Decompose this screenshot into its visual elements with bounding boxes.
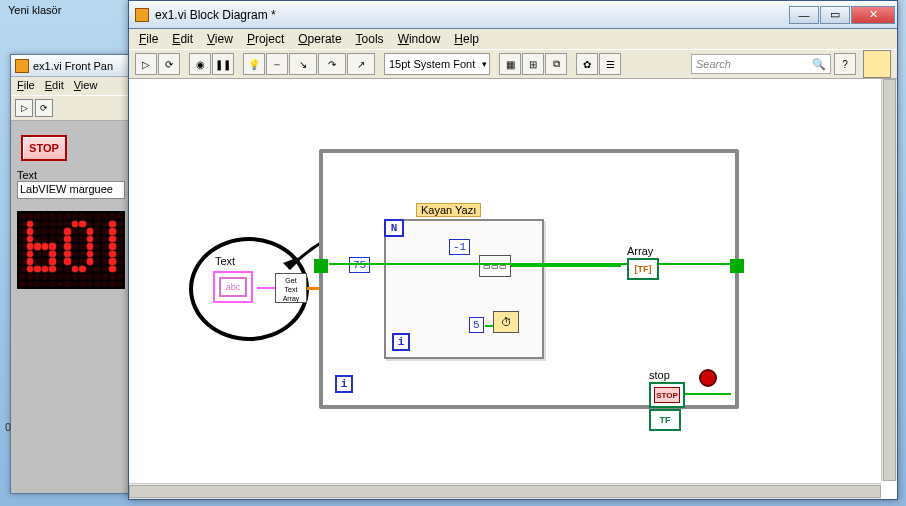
run-button[interactable]: ▷ xyxy=(135,53,157,75)
array-indicator-terminal: [TF] xyxy=(627,258,659,280)
bd-toolbar: ▷ ⟳ ◉ ❚❚ 💡 ⎓ ↘ ↷ ↗ 15pt System Font ▦ ⊞ … xyxy=(129,49,897,79)
stop-control-label: stop xyxy=(649,369,685,381)
rotate-array-function[interactable]: ▭▭▭ xyxy=(479,255,511,277)
wait-ms-function[interactable]: ⏱ xyxy=(493,311,519,333)
abort-button[interactable]: ◉ xyxy=(189,53,211,75)
loop-tunnel-left[interactable] xyxy=(314,259,328,273)
font-selector[interactable]: 15pt System Font xyxy=(384,53,490,75)
fp-toolbar: ▷ ⟳ xyxy=(11,95,129,121)
search-placeholder: Search xyxy=(696,58,731,70)
wire xyxy=(685,393,731,395)
constant-75[interactable]: 75 xyxy=(349,257,370,273)
constant-5[interactable]: 5 xyxy=(469,317,484,333)
labview-vi-icon xyxy=(135,8,149,22)
align-button[interactable]: ▦ xyxy=(499,53,521,75)
highlight-exec-button[interactable]: 💡 xyxy=(243,53,265,75)
fp-body: STOP Text LabVIEW marguee xyxy=(11,121,129,493)
while-stop-terminal[interactable] xyxy=(699,369,717,387)
maximize-button[interactable]: ▭ xyxy=(820,6,850,24)
help-button[interactable]: ? xyxy=(834,53,856,75)
array-indicator[interactable]: Array [TF] xyxy=(627,245,659,280)
block-diagram-window: ex1.vi Block Diagram * — ▭ ✕ File Edit V… xyxy=(128,0,898,500)
reorder-button[interactable]: ⧉ xyxy=(545,53,567,75)
loop-tunnel-right[interactable] xyxy=(730,259,744,273)
for-N-terminal[interactable]: N xyxy=(384,219,404,237)
bd-menu-project[interactable]: Project xyxy=(247,32,284,46)
bd-menu-tools[interactable]: Tools xyxy=(356,32,384,46)
get-text-array-subvi[interactable]: Get Text Array xyxy=(275,273,307,303)
minimize-button[interactable]: — xyxy=(789,6,819,24)
fp-menubar: File Edit View xyxy=(11,77,129,95)
horizontal-scrollbar[interactable] xyxy=(129,483,881,499)
wire xyxy=(485,325,493,327)
fp-menu-view[interactable]: View xyxy=(74,79,98,93)
distribute-button[interactable]: ⊞ xyxy=(522,53,544,75)
close-button[interactable]: ✕ xyxy=(851,6,895,24)
stop-button-graphic: STOP xyxy=(654,387,680,403)
scrollbar-thumb[interactable] xyxy=(883,79,896,481)
bd-menu-help[interactable]: Help xyxy=(454,32,479,46)
vi-connector-icon[interactable] xyxy=(863,50,891,78)
run-cont-button[interactable]: ⟳ xyxy=(35,99,53,117)
constant-neg1[interactable]: -1 xyxy=(449,239,470,255)
bd-titlebar[interactable]: ex1.vi Block Diagram * — ▭ ✕ xyxy=(129,1,897,29)
search-icon: 🔍 xyxy=(812,58,826,71)
stop-control[interactable]: stop STOP TF xyxy=(649,369,685,431)
array-indicator-label: Array xyxy=(627,245,659,257)
scrollbar-thumb[interactable] xyxy=(129,485,881,498)
reorder2-button[interactable]: ☰ xyxy=(599,53,621,75)
step-out-button[interactable]: ↗ xyxy=(347,53,375,75)
fp-text-label: Text xyxy=(17,169,123,181)
desktop-folder-label: Yeni klasör xyxy=(8,4,61,16)
text-control-label: Text xyxy=(215,255,235,267)
wire xyxy=(511,265,621,267)
step-into-button[interactable]: ↘ xyxy=(289,53,317,75)
bd-menubar: File Edit View Project Operate Tools Win… xyxy=(129,29,897,49)
cleanup-button[interactable]: ✿ xyxy=(576,53,598,75)
stop-terminal-type: TF xyxy=(649,409,681,431)
run-cont-button[interactable]: ⟳ xyxy=(158,53,180,75)
run-button[interactable]: ▷ xyxy=(15,99,33,117)
bd-canvas[interactable]: insert while loop Text abc Get Text Arra… xyxy=(129,79,897,481)
bd-menu-window[interactable]: Window xyxy=(398,32,441,46)
fp-text-input[interactable]: LabVIEW marguee xyxy=(17,181,125,199)
while-iteration-terminal[interactable]: i xyxy=(335,375,353,393)
retain-wire-button[interactable]: ⎓ xyxy=(266,53,288,75)
bd-menu-view[interactable]: View xyxy=(207,32,233,46)
fp-titlebar[interactable]: ex1.vi Front Pan xyxy=(11,55,129,77)
wire xyxy=(307,287,319,290)
bd-menu-file[interactable]: File xyxy=(139,32,158,46)
text-control-terminal[interactable]: abc xyxy=(213,271,253,303)
bd-title: ex1.vi Block Diagram * xyxy=(155,8,276,22)
bd-menu-edit[interactable]: Edit xyxy=(172,32,193,46)
front-panel-window: ex1.vi Front Pan File Edit View ▷ ⟳ STOP… xyxy=(10,54,130,494)
for-iteration-terminal[interactable]: i xyxy=(392,333,410,351)
labview-vi-icon xyxy=(15,59,29,73)
pause-button[interactable]: ❚❚ xyxy=(212,53,234,75)
search-input[interactable]: Search 🔍 xyxy=(691,54,831,74)
step-over-button[interactable]: ↷ xyxy=(318,53,346,75)
fp-title: ex1.vi Front Pan xyxy=(33,60,113,72)
fp-menu-edit[interactable]: Edit xyxy=(45,79,64,93)
bd-menu-operate[interactable]: Operate xyxy=(298,32,341,46)
fp-stop-button[interactable]: STOP xyxy=(21,135,67,161)
fp-axis-tick: 0 xyxy=(5,421,11,433)
for-loop-label: Kayan Yazı xyxy=(416,203,481,217)
string-terminal: abc xyxy=(219,277,247,297)
led-matrix-indicator xyxy=(17,211,125,289)
vertical-scrollbar[interactable] xyxy=(881,79,897,481)
fp-menu-file[interactable]: File xyxy=(17,79,35,93)
wire xyxy=(369,263,383,265)
wire xyxy=(257,287,275,289)
